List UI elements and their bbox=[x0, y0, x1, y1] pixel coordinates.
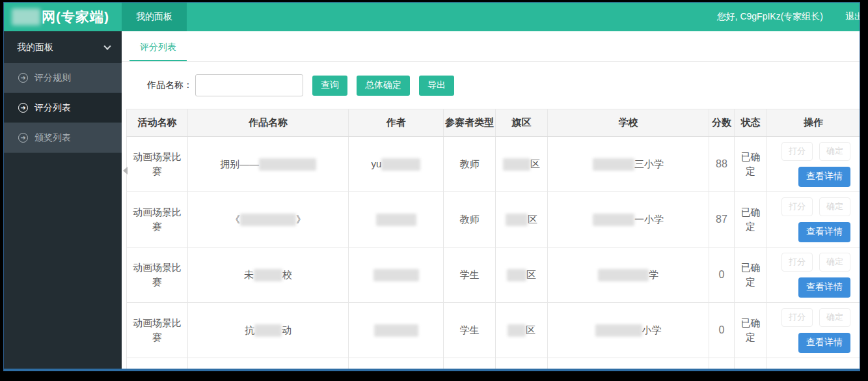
cell-actions: 打分确定查看详情 bbox=[767, 137, 860, 192]
sidebar-panel-toggle[interactable]: 我的面板 bbox=[4, 31, 122, 63]
sidebar-menu: ➜评分规则➜评分列表➜颁奖列表 bbox=[4, 63, 122, 153]
cell-participant-type: 学生 bbox=[444, 247, 496, 303]
sidebar: 我的面板 ➜评分规则➜评分列表➜颁奖列表 bbox=[4, 31, 122, 371]
score-button[interactable]: 打分 bbox=[781, 142, 813, 161]
cell-text: 小学 bbox=[642, 324, 662, 335]
column-header: 状态 bbox=[735, 109, 767, 137]
confirm-button[interactable]: 确定 bbox=[819, 253, 850, 272]
sidebar-collapse-handle[interactable] bbox=[123, 167, 128, 175]
cell-actions: 打分确定查看详情 bbox=[767, 303, 860, 358]
logout-link[interactable]: 退出 bbox=[845, 11, 860, 23]
view-detail-button[interactable]: 查看详情 bbox=[798, 277, 850, 298]
overall-confirm-button[interactable]: 总体确定 bbox=[357, 76, 410, 96]
sidebar-item-评分规则[interactable]: ➜评分规则 bbox=[4, 63, 122, 93]
circle-arrow-right-icon: ➜ bbox=[18, 73, 28, 83]
cell-district: 区 bbox=[496, 192, 548, 247]
work-name-input[interactable] bbox=[195, 74, 303, 96]
column-header: 作者 bbox=[349, 109, 444, 137]
redacted-text bbox=[503, 158, 530, 171]
mini-button-row: 打分确定 bbox=[781, 197, 850, 216]
app-page: 网(专家端) 我的面板 您好, C9gFpIKz(专家组长) 退出 我的面板 ➜… bbox=[3, 2, 860, 371]
cell-actions: 打分确定查看详情 bbox=[767, 247, 860, 303]
redacted-text bbox=[506, 214, 528, 226]
view-detail-button[interactable]: 查看详情 bbox=[798, 222, 850, 242]
cell-district: 区 bbox=[496, 137, 548, 192]
cell-text: 未 bbox=[244, 269, 254, 280]
top-bar: 网(专家端) 我的面板 您好, C9gFpIKz(专家组长) 退出 bbox=[4, 3, 860, 31]
cell-score: 87 bbox=[709, 192, 735, 247]
cell-text: 抗 bbox=[245, 324, 254, 335]
actions-group: 打分确定查看详情 bbox=[771, 197, 850, 242]
sidebar-item-label: 评分列表 bbox=[34, 102, 71, 114]
cell-text: yu bbox=[372, 158, 382, 169]
topnav-tab-dashboard[interactable]: 我的面板 bbox=[122, 3, 187, 31]
cell-participant-type: 学生 bbox=[444, 303, 496, 358]
column-header: 分数 bbox=[709, 109, 735, 137]
cell-activity: 动画场景比赛 bbox=[127, 247, 188, 303]
cell-activity: 动画场景比赛 bbox=[127, 137, 188, 192]
score-button[interactable]: 打分 bbox=[781, 308, 813, 327]
view-detail-button[interactable]: 查看详情 bbox=[798, 333, 850, 353]
cell-text: 区 bbox=[530, 158, 540, 169]
main-content: 评分列表 作品名称： 查询 总体确定 导出 活动名称作品名称作者参赛者类型旗区学… bbox=[122, 31, 860, 371]
cell-work-name: 《》 bbox=[188, 192, 349, 247]
export-button[interactable]: 导出 bbox=[419, 76, 454, 96]
column-header: 旗区 bbox=[496, 109, 548, 137]
column-header: 操作 bbox=[767, 109, 860, 137]
user-greeting: 您好, C9gFpIKz(专家组长) bbox=[717, 11, 823, 23]
cell-participant-type: 教师 bbox=[444, 192, 496, 247]
redacted-text bbox=[374, 324, 418, 337]
cell-school: 三小学 bbox=[548, 137, 709, 192]
cell-text: 学 bbox=[649, 269, 658, 280]
app-logo: 网(专家端) bbox=[4, 3, 122, 31]
window-frame: 网(专家端) 我的面板 您好, C9gFpIKz(专家组长) 退出 我的面板 ➜… bbox=[0, 0, 868, 381]
content-tabbar: 评分列表 bbox=[122, 31, 860, 62]
view-detail-button[interactable]: 查看详情 bbox=[798, 167, 850, 187]
search-toolbar: 作品名称： 查询 总体确定 导出 bbox=[122, 62, 860, 109]
empty-cell bbox=[127, 358, 188, 370]
cell-school: 一小学 bbox=[548, 192, 709, 247]
cell-status: 已确定 bbox=[735, 247, 767, 303]
column-header: 参赛者类型 bbox=[444, 109, 496, 137]
app-logo-text: 网(专家端) bbox=[42, 8, 109, 26]
cell-work-name: 拥别—— bbox=[188, 137, 349, 192]
cell-actions: 打分确定查看详情 bbox=[767, 192, 860, 247]
empty-cell bbox=[548, 358, 709, 370]
cell-text: 《 bbox=[230, 214, 240, 225]
cell-activity: 动画场景比赛 bbox=[127, 303, 188, 358]
tab-score-list[interactable]: 评分列表 bbox=[140, 42, 176, 61]
sidebar-panel-title: 我的面板 bbox=[17, 42, 53, 53]
cell-author bbox=[349, 192, 444, 247]
cell-district: 区 bbox=[496, 247, 548, 303]
empty-cell bbox=[444, 358, 496, 370]
body-wrap: 我的面板 ➜评分规则➜评分列表➜颁奖列表 评分列表 作品名称： 查询 总体确定 … bbox=[4, 31, 860, 371]
empty-cell bbox=[349, 358, 444, 370]
table-row: 动画场景比赛未校学生区学0已确定打分确定查看详情 bbox=[127, 247, 860, 303]
cell-text: 三小学 bbox=[634, 158, 664, 169]
cell-text: 区 bbox=[526, 324, 536, 335]
cell-score: 0 bbox=[709, 303, 735, 358]
query-button[interactable]: 查询 bbox=[312, 76, 347, 96]
score-button[interactable]: 打分 bbox=[781, 197, 813, 216]
cell-text: 区 bbox=[528, 214, 537, 225]
redacted-logo-image bbox=[12, 8, 40, 25]
sidebar-item-评分列表[interactable]: ➜评分列表 bbox=[4, 93, 122, 123]
confirm-button[interactable]: 确定 bbox=[819, 308, 850, 327]
confirm-button[interactable]: 确定 bbox=[819, 197, 850, 216]
cell-status: 已确定 bbox=[735, 137, 767, 192]
circle-arrow-right-icon: ➜ bbox=[18, 103, 28, 113]
topbar-right: 您好, C9gFpIKz(专家组长) 退出 bbox=[187, 3, 860, 31]
confirm-button[interactable]: 确定 bbox=[819, 142, 850, 161]
redacted-text bbox=[593, 214, 634, 226]
score-button[interactable]: 打分 bbox=[781, 253, 813, 272]
table-row: 动画场景比赛抗动学生区小学0已确定打分确定查看详情 bbox=[127, 303, 860, 358]
cell-author bbox=[349, 247, 444, 303]
redacted-text bbox=[598, 269, 649, 281]
sidebar-item-label: 颁奖列表 bbox=[34, 132, 71, 144]
redacted-text bbox=[254, 269, 282, 281]
sidebar-item-颁奖列表[interactable]: ➜颁奖列表 bbox=[4, 123, 122, 153]
mini-button-row: 打分确定 bbox=[781, 253, 850, 272]
cell-work-name: 抗动 bbox=[188, 303, 349, 358]
cell-status: 已确定 bbox=[735, 303, 767, 358]
cell-text: 区 bbox=[526, 269, 536, 280]
